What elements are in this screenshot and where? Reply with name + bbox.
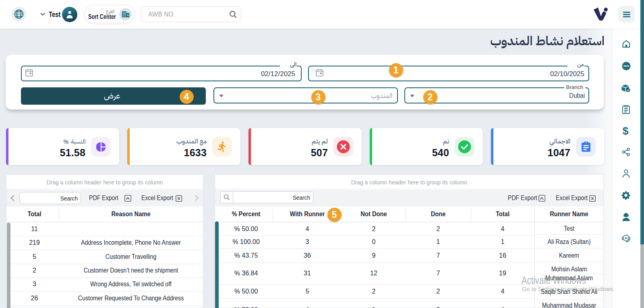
svg-text:NEW: NEW xyxy=(623,65,629,67)
svg-text:AI: AI xyxy=(625,236,628,240)
